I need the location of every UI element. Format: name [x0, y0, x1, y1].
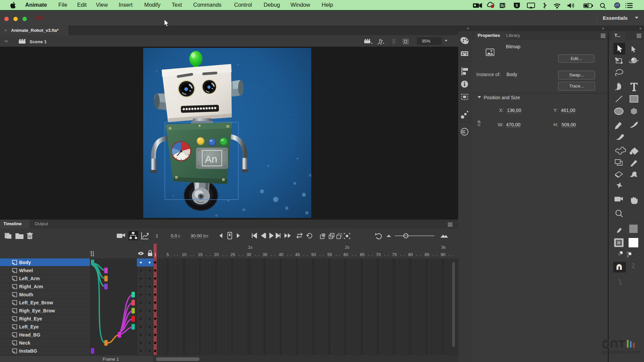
svg-text:60: 60 [343, 252, 348, 257]
svg-text:75: 75 [392, 252, 397, 257]
svg-text:S: S [516, 3, 518, 7]
svg-text:15: 15 [198, 252, 203, 257]
svg-text:25: 25 [230, 252, 235, 257]
svg-text:45: 45 [295, 252, 300, 257]
svg-text:55: 55 [327, 252, 332, 257]
svg-text:30: 30 [247, 252, 251, 257]
svg-text:35: 35 [263, 252, 267, 257]
svg-text:0.0 s: 0.0 s [171, 233, 180, 238]
svg-text:65: 65 [360, 252, 365, 257]
svg-text:B(: B( [500, 3, 505, 8]
svg-text:generation-nt.com: generation-nt.com [602, 349, 641, 355]
svg-text:70: 70 [376, 252, 381, 257]
svg-text:20: 20 [214, 252, 219, 257]
svg-text:90: 90 [441, 252, 445, 257]
svg-text:10: 10 [182, 252, 186, 257]
svg-text:3s: 3s [441, 245, 445, 250]
svg-text:2s: 2s [345, 245, 349, 250]
svg-text:5: 5 [167, 252, 169, 257]
svg-text:30.00 fps: 30.00 fps [191, 233, 208, 238]
svg-text:1: 1 [156, 233, 158, 238]
svg-text:80: 80 [408, 252, 413, 257]
svg-text:1: 1 [154, 252, 157, 257]
svg-text:85: 85 [425, 252, 429, 257]
svg-text:40: 40 [279, 252, 283, 257]
svg-text:50: 50 [311, 252, 316, 257]
svg-text:1s: 1s [248, 245, 252, 250]
svg-text:Scene 1: Scene 1 [30, 39, 47, 44]
svg-text:An: An [205, 154, 217, 165]
